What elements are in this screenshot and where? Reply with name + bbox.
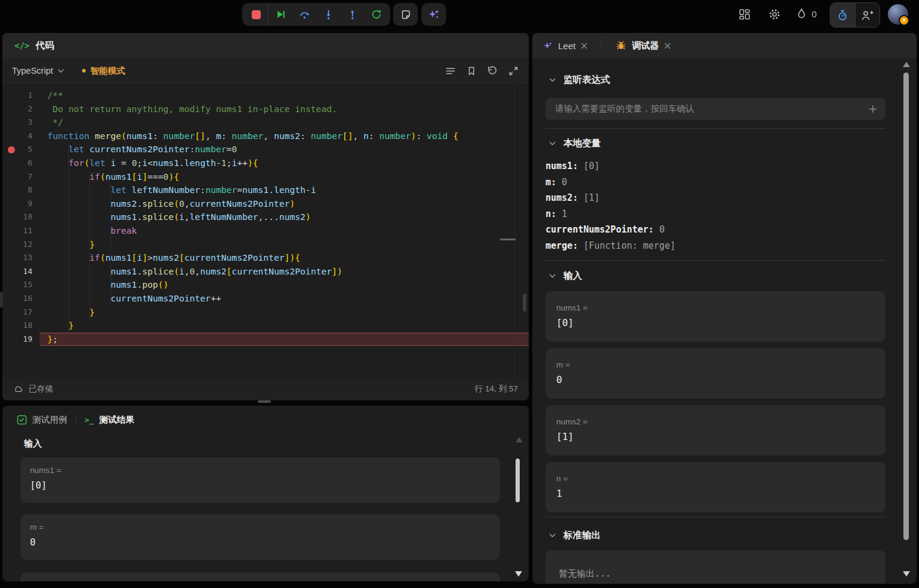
editor-gutter[interactable]: 14: [2, 265, 40, 279]
local-variable-row[interactable]: n:1: [546, 206, 676, 222]
streak-indicator[interactable]: 0: [796, 7, 816, 20]
breakpoint-icon[interactable]: [8, 146, 15, 153]
input-field-card[interactable]: nums2 =[1]: [546, 405, 885, 456]
code-line[interactable]: 16 currentNums2Pointer++: [2, 292, 529, 306]
editor-gutter[interactable]: 5: [2, 143, 40, 156]
watch-section-header[interactable]: 监听表达式: [549, 72, 610, 88]
reset-code-button[interactable]: [486, 65, 498, 77]
code-line[interactable]: 4function merge(nums1: number[], m: numb…: [2, 129, 529, 143]
input-field-card[interactable]: nums1 =[0]: [546, 291, 885, 342]
editor-gutter[interactable]: 7: [2, 170, 40, 184]
input-field-card[interactable]: m =0: [546, 348, 885, 399]
step-out-button[interactable]: [341, 3, 364, 26]
code-line[interactable]: 8 let leftNumNumber:number=nums1.length-…: [2, 183, 529, 197]
code-line[interactable]: 5 let currentNums2Pointer:number=0: [2, 143, 529, 156]
plus-icon[interactable]: [869, 105, 877, 113]
debugger-scrollbar[interactable]: [903, 73, 909, 540]
note-button[interactable]: [393, 3, 418, 26]
cloud-icon: [13, 384, 23, 394]
editor-gutter[interactable]: 8: [2, 183, 40, 197]
expand-button[interactable]: [507, 65, 519, 77]
input-field-card[interactable]: n =1: [546, 462, 885, 512]
line-number: 15: [2, 278, 40, 292]
local-variable-row[interactable]: m:0: [546, 174, 676, 191]
input-field-card[interactable]: m =0: [20, 514, 500, 560]
close-icon[interactable]: [664, 43, 671, 49]
tab-debugger[interactable]: 调试器: [632, 40, 659, 52]
test-field-card-partial[interactable]: [20, 572, 500, 581]
code-line[interactable]: 19};: [2, 333, 529, 346]
line-number: 16: [2, 292, 40, 306]
scroll-down-icon[interactable]: [515, 571, 522, 577]
stop-button[interactable]: [244, 3, 268, 26]
restart-button[interactable]: [364, 3, 388, 26]
tab-test-cases[interactable]: 测试用例: [17, 414, 67, 426]
collapsed-sidebar-handle[interactable]: [0, 292, 3, 307]
editor-gutter[interactable]: 16: [2, 292, 40, 306]
format-button[interactable]: [444, 65, 456, 77]
code-line[interactable]: 7 if(nums1[i]===0){: [2, 170, 529, 184]
settings-button[interactable]: [768, 8, 781, 21]
bookmark-button[interactable]: [465, 65, 477, 77]
field-value: 0: [556, 374, 875, 385]
editor-gutter[interactable]: 9: [2, 197, 40, 211]
code-line[interactable]: 13 if(nums1[i]>nums2[currentNums2Pointer…: [2, 251, 529, 265]
editor-gutter[interactable]: 15: [2, 278, 40, 292]
watch-expression-input[interactable]: 请输入需要监听的变量，按回车确认: [546, 98, 885, 120]
editor-gutter[interactable]: 1: [2, 89, 40, 102]
code-line[interactable]: 11 break: [2, 224, 529, 238]
avatar[interactable]: ★: [888, 4, 908, 25]
field-label: n =: [556, 474, 875, 483]
locals-section-header[interactable]: 本地变量: [549, 135, 601, 151]
stdout-section-header[interactable]: 标准输出: [549, 527, 601, 543]
code-line[interactable]: 12 }: [2, 238, 529, 252]
scroll-down-icon[interactable]: [903, 571, 910, 577]
local-variable-row[interactable]: currentNums2Pointer:0: [546, 222, 676, 238]
code-line[interactable]: 9 nums2.splice(0,currentNums2Pointer): [2, 197, 529, 211]
code-line[interactable]: 6 for(let i = 0;i<nums1.length-1;i++){: [2, 156, 529, 170]
invite-button[interactable]: [855, 3, 879, 27]
step-into-button[interactable]: [317, 3, 341, 26]
editor-gutter[interactable]: 12: [2, 238, 40, 252]
terminal-icon: >_: [85, 415, 94, 424]
code-line[interactable]: 14 nums1.splice(i,0,nums2[currentNums2Po…: [2, 265, 529, 279]
inputs-section-header[interactable]: 输入: [549, 268, 582, 284]
editor-gutter[interactable]: 3: [2, 116, 40, 129]
editor-gutter[interactable]: 19: [2, 333, 40, 346]
layout-grid-button[interactable]: [738, 8, 751, 21]
tab-leet[interactable]: Leet: [558, 41, 575, 51]
editor-gutter[interactable]: 4: [2, 129, 40, 143]
close-icon[interactable]: [581, 43, 587, 49]
scroll-up-icon[interactable]: [516, 437, 523, 442]
local-variable-row[interactable]: merge:[Function: merge]: [546, 238, 676, 254]
ai-assistant-button[interactable]: [421, 3, 446, 26]
code-line[interactable]: 3 */: [2, 116, 529, 129]
editor-gutter[interactable]: 18: [2, 319, 40, 333]
scroll-up-icon[interactable]: [903, 62, 910, 67]
input-field-card[interactable]: nums1 =[0]: [20, 457, 500, 503]
editor-gutter[interactable]: 6: [2, 156, 40, 170]
local-variable-row[interactable]: nums1:[0]: [546, 158, 676, 174]
editor-gutter[interactable]: 17: [2, 306, 40, 319]
continue-button[interactable]: [269, 3, 293, 26]
editor-gutter[interactable]: 13: [2, 251, 40, 265]
panel-resize-handle[interactable]: [258, 400, 271, 403]
variable-name: nums2:: [546, 192, 578, 203]
smart-mode-toggle[interactable]: 智能模式: [82, 65, 125, 77]
test-scrollbar[interactable]: [516, 459, 520, 502]
local-variable-row[interactable]: nums2:[1]: [546, 190, 676, 206]
tab-test-results[interactable]: >_ 测试结果: [85, 414, 134, 426]
code-line[interactable]: 2 Do not return anything, modify nums1 i…: [2, 102, 529, 116]
code-line[interactable]: 1/**: [2, 89, 529, 102]
code-editor[interactable]: 1/**2 Do not return anything, modify num…: [2, 84, 529, 378]
editor-gutter[interactable]: 11: [2, 224, 40, 238]
editor-gutter[interactable]: 10: [2, 210, 40, 224]
language-select[interactable]: TypeScript: [12, 66, 64, 76]
code-line[interactable]: 15 nums1.pop(): [2, 278, 529, 292]
timer-button[interactable]: [830, 3, 855, 27]
step-over-button[interactable]: [293, 3, 317, 26]
code-line[interactable]: 10 nums1.splice(i,leftNumNumber,...nums2…: [2, 210, 529, 224]
editor-gutter[interactable]: 2: [2, 102, 40, 116]
code-line[interactable]: 17 }: [2, 306, 529, 319]
code-line[interactable]: 18 }: [2, 319, 529, 333]
